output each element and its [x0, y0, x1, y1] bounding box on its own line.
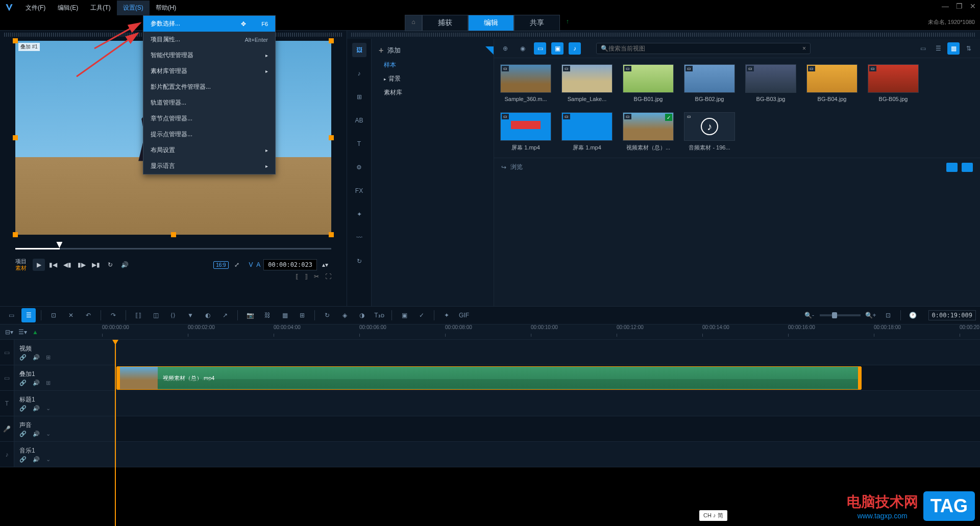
t3d-icon[interactable]: T₃ᴅ	[372, 308, 386, 322]
trim-icon[interactable]: ⟦⟧	[131, 308, 145, 322]
view-list-icon[interactable]: ☰	[932, 42, 944, 55]
va-toggle[interactable]: V A	[249, 261, 262, 268]
split-icon[interactable]: ⟨⟩	[166, 308, 180, 322]
scrubber-marker[interactable]	[56, 242, 62, 248]
track-opts-icon[interactable]: ☰▾	[18, 329, 27, 336]
play-button[interactable]: ▶	[33, 259, 45, 271]
track-header[interactable]: 音乐1 🔗🔊⌄	[14, 442, 116, 467]
thumbnail-item[interactable]: ▭ 音频素材 - 196...	[684, 112, 735, 152]
search-input[interactable]	[608, 45, 802, 52]
timeline-view-icon[interactable]: ☰	[21, 308, 36, 322]
chain-icon[interactable]: ⛓	[260, 308, 275, 322]
crop-handle[interactable]	[329, 38, 334, 43]
dropdown-track-manager[interactable]: 轨道管理器...	[143, 95, 275, 111]
mute-icon[interactable]: 🔊	[33, 354, 40, 361]
dropdown-layout[interactable]: 布局设置 ▸	[143, 142, 275, 158]
search-box[interactable]: 🔍 ×	[596, 43, 811, 54]
zoom-slider[interactable]	[820, 314, 861, 316]
track-body[interactable]: 视频素材（总）.mp4	[116, 365, 980, 390]
thumbnail-item[interactable]: ▭ BG-B05.jpg	[868, 64, 919, 102]
mask-icon[interactable]: ◑	[355, 308, 369, 322]
crop-handle[interactable]	[329, 232, 334, 237]
lock-icon[interactable]: ⊞	[46, 380, 51, 386]
template-icon[interactable]: ⊞	[352, 90, 366, 104]
dropdown-preferences[interactable]: 参数选择... ✥ F6	[143, 16, 275, 32]
mute-icon[interactable]: 🔊	[33, 456, 40, 463]
clip-edge-left[interactable]	[117, 367, 120, 389]
mute-icon[interactable]: 🔊	[33, 380, 40, 386]
menu-file[interactable]: 文件(F)	[19, 1, 52, 15]
grid-icon[interactable]: ▦	[278, 308, 292, 322]
undo-icon[interactable]: ↶	[81, 308, 95, 322]
collapse-icon[interactable]: ⌄	[46, 431, 51, 437]
media-icon[interactable]: 🖼	[352, 43, 366, 57]
browse-icon[interactable]: ↪	[501, 164, 506, 171]
panel-drag-handle[interactable]	[351, 33, 976, 37]
crop-handle[interactable]	[13, 135, 18, 140]
menu-settings[interactable]: 设置(S)	[117, 1, 150, 15]
gif-icon[interactable]: GIF	[457, 308, 471, 322]
track-header[interactable]: 视频 🔗🔊⊞	[14, 340, 116, 365]
footer-button-1[interactable]	[946, 163, 958, 172]
thumbnail-item[interactable]: ▭ ✓ 视频素材（总）...	[623, 112, 674, 152]
dropdown-language[interactable]: 显示语言 ▸	[143, 158, 275, 174]
track-body[interactable]	[116, 442, 980, 467]
tree-item-library[interactable]: 素材库	[372, 86, 494, 99]
browse-label[interactable]: 浏览	[510, 163, 523, 171]
path-icon[interactable]: 〰	[352, 231, 366, 245]
mark-in-icon[interactable]: ⟦	[296, 273, 299, 280]
tree-item-sample[interactable]: 样本	[372, 58, 494, 72]
playhead[interactable]	[115, 340, 116, 526]
zoom-in-icon[interactable]: 🔍+	[864, 308, 878, 322]
storyboard-view-icon[interactable]: ▭	[4, 308, 18, 322]
motion-icon[interactable]: ↗	[218, 308, 232, 322]
dropdown-library-manager[interactable]: 素材库管理器 ▸	[143, 63, 275, 79]
loop-button[interactable]: ↻	[104, 259, 116, 271]
thumbnail-item[interactable]: ▭ 屏幕 1.mp4	[561, 112, 612, 152]
thumbnail-item[interactable]: ▭ Sample_Lake...	[561, 64, 612, 102]
go-end-button[interactable]: ▶▮	[90, 259, 102, 271]
preview-timecode[interactable]: 00:00:02:023	[263, 259, 317, 270]
mute-icon[interactable]: 🔊	[33, 431, 40, 437]
next-frame-button[interactable]: ▮▶	[76, 259, 88, 271]
thumbnail-item[interactable]: ▭ Sample_360.m...	[500, 64, 551, 102]
sparkle-icon[interactable]: ✦	[439, 308, 454, 322]
clip-edge-right[interactable]	[858, 367, 861, 389]
lock-icon[interactable]: ⊞	[46, 354, 51, 361]
preview-mode-labels[interactable]: 项目 素材	[15, 258, 27, 271]
clear-search-icon[interactable]: ×	[802, 45, 806, 52]
check-icon[interactable]: ✓	[414, 308, 429, 322]
thumbnail-item[interactable]: ▭ BG-B04.jpg	[806, 64, 857, 102]
timeline-clip[interactable]: 视频素材（总）.mp4	[116, 366, 862, 390]
tab-edit[interactable]: 编辑	[468, 15, 514, 31]
thumbnail-item[interactable]: ▭ BG-B01.jpg	[623, 64, 674, 102]
dropdown-movie-profile[interactable]: 影片配置文件管理器...	[143, 79, 275, 95]
add-folder-button[interactable]: + 添加	[372, 43, 494, 58]
minimize-button[interactable]: —	[942, 2, 949, 10]
record-icon[interactable]: ◉	[517, 42, 529, 55]
dropdown-project-properties[interactable]: 项目属性... Alt+Enter	[143, 32, 275, 47]
crop-handle[interactable]	[13, 232, 18, 237]
footer-button-2[interactable]	[962, 163, 973, 172]
home-icon[interactable]: ⌂	[405, 15, 422, 31]
menu-edit[interactable]: 编辑(E)	[52, 1, 84, 15]
video-filter-icon[interactable]: ▭	[534, 42, 546, 55]
menu-help[interactable]: 帮助(H)	[150, 1, 183, 15]
link-icon[interactable]: 🔗	[19, 380, 27, 386]
split-icon[interactable]: ✂	[314, 273, 319, 280]
crop-handle[interactable]	[171, 232, 176, 237]
crop-handle[interactable]	[329, 135, 334, 140]
camera-icon[interactable]: 📷	[243, 308, 257, 322]
link-icon[interactable]: 🔗	[19, 354, 27, 361]
mark-out-icon[interactable]: ⟧	[305, 273, 308, 280]
overlay-icon[interactable]: ⚙	[352, 160, 366, 174]
crop-handle[interactable]	[13, 38, 18, 43]
play-icon[interactable]: ▲	[32, 329, 38, 336]
crop-icon[interactable]: ◫	[149, 308, 163, 322]
tab-capture[interactable]: 捕获	[422, 15, 468, 31]
fx-icon[interactable]: FX	[352, 184, 366, 198]
tab-share[interactable]: 共享	[514, 15, 560, 31]
transition-icon[interactable]: AB	[352, 113, 366, 128]
go-start-button[interactable]: ▮◀	[47, 259, 59, 271]
view-grid-icon[interactable]: ▦	[947, 42, 960, 55]
